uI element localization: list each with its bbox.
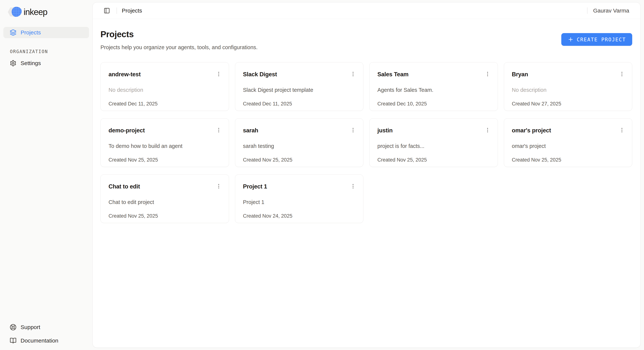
sidebar-item-documentation[interactable]: Documentation <box>3 335 89 346</box>
layers-icon <box>10 29 16 36</box>
project-card[interactable]: Slack Digest Slack Digest project templa… <box>235 62 364 111</box>
main-panel: Projects Gaurav Varma Projects Projects … <box>92 2 641 348</box>
project-description: To demo how to build an agent <box>108 143 223 149</box>
book-open-icon <box>10 337 16 344</box>
sidebar-footer: Support Documentation <box>0 322 92 348</box>
project-menu-button[interactable] <box>618 126 626 135</box>
project-description: No description <box>108 87 223 93</box>
project-name: sarah <box>243 127 258 134</box>
sidebar-item-label: Documentation <box>20 338 58 344</box>
project-description: Chat to edit project <box>108 199 223 205</box>
kebab-icon <box>484 127 490 133</box>
project-card[interactable]: justin project is for facts... Created N… <box>369 118 498 167</box>
create-project-label: CREATE PROJECT <box>577 37 626 42</box>
sidebar-item-label: Projects <box>20 29 41 36</box>
page-content: Projects Projects help you organize your… <box>92 19 640 348</box>
project-created-date: Created Nov 25, 2025 <box>108 157 223 163</box>
user-menu[interactable]: Gaurav Varma <box>592 7 630 14</box>
page-header: Projects Projects help you organize your… <box>92 19 640 51</box>
kebab-icon <box>216 183 222 189</box>
page-title: Projects <box>100 29 258 39</box>
project-created-date: Created Nov 24, 2025 <box>243 213 358 219</box>
sidebar-item-support[interactable]: Support <box>3 322 89 333</box>
sidebar: inkeep Projects ORGANIZATION <box>0 0 92 350</box>
sidebar-item-settings[interactable]: Settings <box>3 58 89 69</box>
project-card[interactable]: Project 1 Project 1 Created Nov 24, 2025 <box>235 174 364 223</box>
brand-name: inkeep <box>24 7 47 17</box>
create-project-button[interactable]: CREATE PROJECT <box>561 33 632 46</box>
project-menu-button[interactable] <box>348 69 358 78</box>
kebab-icon <box>619 127 625 133</box>
project-description: Agents for Sales Team. <box>378 87 492 93</box>
projects-grid: andrew-test No description Created Dec 1… <box>92 51 640 234</box>
project-card[interactable]: Bryan No description Created Nov 27, 202… <box>504 62 632 111</box>
project-name: andrew-test <box>108 71 141 78</box>
project-card[interactable]: sarah sarah testing Created Nov 25, 2025 <box>235 118 364 167</box>
kebab-icon <box>216 71 222 77</box>
project-name: Project 1 <box>243 183 267 190</box>
project-created-date: Created Nov 25, 2025 <box>108 213 223 219</box>
project-card[interactable]: demo-project To demo how to build an age… <box>100 118 229 167</box>
project-created-date: Created Nov 27, 2025 <box>512 101 626 107</box>
project-created-date: Created Dec 11, 2025 <box>243 101 358 107</box>
project-card[interactable]: Sales Team Agents for Sales Team. Create… <box>369 62 498 111</box>
project-menu-button[interactable] <box>214 182 223 191</box>
brand-logo: inkeep <box>0 5 92 17</box>
project-menu-button[interactable] <box>618 69 626 78</box>
project-created-date: Created Dec 10, 2025 <box>378 101 492 107</box>
project-name: Bryan <box>512 71 528 78</box>
inkeep-logo-icon <box>8 7 21 17</box>
separator <box>587 7 588 14</box>
project-menu-button[interactable] <box>483 126 492 135</box>
project-card[interactable]: omar's project omar's project Created No… <box>504 118 632 167</box>
project-name: Slack Digest <box>243 71 277 78</box>
project-description: Slack Digest project template <box>243 87 358 93</box>
project-created-date: Created Nov 25, 2025 <box>378 157 492 163</box>
project-menu-button[interactable] <box>483 69 492 78</box>
project-name: demo-project <box>108 127 145 134</box>
sidebar-item-label: Support <box>20 324 40 330</box>
project-menu-button[interactable] <box>348 182 358 191</box>
panel-left-icon <box>104 7 110 14</box>
separator <box>116 7 117 14</box>
gear-icon <box>10 60 16 66</box>
kebab-icon <box>216 127 222 133</box>
project-name: Chat to edit <box>108 183 140 190</box>
project-created-date: Created Dec 11, 2025 <box>108 101 223 107</box>
project-created-date: Created Nov 25, 2025 <box>243 157 358 163</box>
project-created-date: Created Nov 25, 2025 <box>512 157 626 163</box>
plus-icon <box>568 36 574 42</box>
sidebar-toggle-button[interactable] <box>102 6 112 15</box>
topbar: Projects Gaurav Varma <box>92 2 640 19</box>
life-buoy-icon <box>10 324 16 331</box>
kebab-icon <box>350 71 356 77</box>
project-menu-button[interactable] <box>214 126 223 135</box>
app-root: inkeep Projects ORGANIZATION <box>0 0 644 350</box>
project-card[interactable]: Chat to edit Chat to edit project Create… <box>100 174 229 223</box>
project-name: Sales Team <box>378 71 408 78</box>
kebab-icon <box>484 71 490 77</box>
project-description: project is for facts... <box>378 143 492 149</box>
project-card[interactable]: andrew-test No description Created Dec 1… <box>100 62 229 111</box>
project-menu-button[interactable] <box>348 126 358 135</box>
project-description: omar's project <box>512 143 626 149</box>
project-description: No description <box>512 87 626 93</box>
sidebar-item-projects[interactable]: Projects <box>3 27 89 38</box>
breadcrumb: Projects <box>122 7 142 14</box>
project-name: justin <box>378 127 392 134</box>
sidebar-nav: Projects ORGANIZATION Settings <box>0 27 92 69</box>
project-description: Project 1 <box>243 199 358 205</box>
page-subtitle: Projects help you organize your agents, … <box>100 44 258 51</box>
kebab-icon <box>350 127 356 133</box>
sidebar-item-label: Settings <box>20 60 41 66</box>
project-description: sarah testing <box>243 143 358 149</box>
sidebar-section-organization: ORGANIZATION <box>10 49 92 54</box>
kebab-icon <box>619 71 625 77</box>
project-menu-button[interactable] <box>214 69 223 78</box>
project-name: omar's project <box>512 127 551 134</box>
kebab-icon <box>350 183 356 189</box>
